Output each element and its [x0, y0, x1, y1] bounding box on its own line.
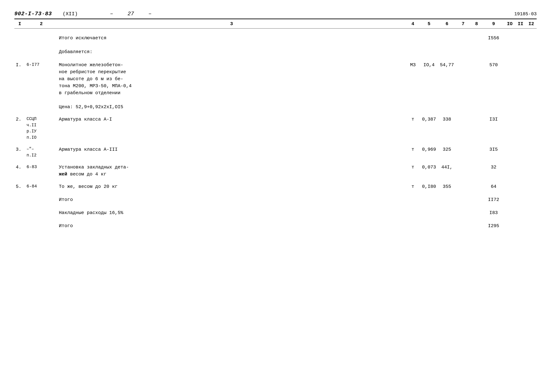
- doc-number: 902-I-73·83: [14, 11, 52, 17]
- cell-r3c12: [526, 145, 537, 147]
- cell-empty6: [456, 34, 470, 42]
- cell-r3c11: [515, 145, 526, 147]
- cell-nk5: [438, 209, 456, 217]
- table-row-5: 5. 6-84 То же, весом до 20 кг т 0,I80 35…: [14, 181, 537, 192]
- cell-nk2: [25, 209, 57, 217]
- cell-total-2: I3I: [483, 115, 504, 124]
- cell-nk7: [470, 209, 483, 217]
- section-label: (XII): [63, 11, 78, 17]
- col-header-6: 6: [438, 21, 456, 27]
- cell-d4: [420, 48, 438, 56]
- cell-code-4: 6-83: [25, 163, 57, 171]
- cell-it1-5: [438, 196, 456, 204]
- cell-r4c11: [515, 163, 526, 165]
- cell-r4c8: [470, 163, 483, 165]
- cell-it1-2: [25, 196, 57, 204]
- cell-dobavl-label: Добавляется:: [57, 48, 406, 56]
- col-header-4: 4: [406, 21, 420, 27]
- cell-empty9: [515, 34, 526, 42]
- cell-empty5: [438, 34, 456, 42]
- table-row-2: 2. ССЦПч.IIр.IУп.IO Арматура класса А-I …: [14, 114, 537, 142]
- cell-r5c8: [470, 182, 483, 184]
- col-header-7: 7: [456, 21, 470, 27]
- cell-r3c8: [470, 145, 483, 147]
- cell-nakladnye-total: I83: [483, 209, 504, 217]
- cell-if7: [470, 222, 483, 230]
- cell-num-5: 5.: [14, 182, 25, 191]
- cell-r2c10: [504, 115, 515, 117]
- col-header-12: I2: [526, 21, 537, 27]
- dash1: –: [110, 11, 113, 17]
- cell-it1-8: [504, 196, 515, 204]
- cell-qty-5: 0,I80: [420, 182, 438, 191]
- cell-nk6: [456, 209, 470, 217]
- cell-r4c7: [456, 163, 470, 165]
- cell-desc-2: Арматура класса А-I: [57, 115, 406, 124]
- row-nakladnye: Накладные расходы 16,5% I83: [14, 207, 537, 219]
- cell-it1-7: [470, 196, 483, 204]
- cell-total-5: 64: [483, 182, 504, 191]
- cell-empty1: [14, 34, 25, 42]
- cell-total-4: 32: [483, 163, 504, 172]
- col-header-5: 5: [420, 21, 438, 27]
- cell-num-1: I.: [14, 61, 25, 69]
- cell-itogo-iskl-label: Итого исключается: [57, 34, 406, 42]
- cell-nakladnye-label: Накладные расходы 16,5%: [57, 209, 406, 217]
- cell-unit-4: т: [406, 163, 420, 172]
- row-itogo-final: Итого I295: [14, 220, 537, 232]
- cell-r2c7: [456, 115, 470, 117]
- cell-r2c8: [470, 115, 483, 117]
- cell-qty-1: IO,4: [420, 61, 438, 69]
- cell-d5: [438, 48, 456, 56]
- table-row-4: 4. 6-83 Установка закладных дета-жей вес…: [14, 162, 537, 180]
- cell-price-3: 325: [438, 145, 456, 154]
- cell-nk8: [504, 209, 515, 217]
- cell-unit-5: т: [406, 182, 420, 191]
- cell-qty-2: 0,387: [420, 115, 438, 124]
- cell-unit-2: т: [406, 115, 420, 124]
- cell-code-2: ССЦПч.IIр.IУп.IO: [25, 115, 57, 141]
- cell-if5: [438, 222, 456, 230]
- cell-empty4: [420, 34, 438, 42]
- cell-empty8: [504, 34, 515, 42]
- cell-empty2: [25, 34, 57, 42]
- cell-if10: [526, 222, 537, 230]
- cell-r1c12: [526, 61, 537, 62]
- cell-d1: [14, 48, 25, 56]
- cell-r5c10: [504, 182, 515, 184]
- cell-r1c8: [470, 61, 483, 62]
- cell-r1c7: [456, 61, 470, 62]
- cell-r4c12: [526, 163, 537, 165]
- cell-total-3: 3I5: [483, 145, 504, 154]
- cell-it1-3: [406, 196, 420, 204]
- row-itogo-iskl: Итого исключается I556: [14, 32, 537, 44]
- cell-r1c11: [515, 61, 526, 62]
- cell-if3: [406, 222, 420, 230]
- document-wrapper: 902-I-73·83 (XII) – 27 – 19185·03 I 2 3 …: [14, 11, 537, 232]
- cell-it1-4: [420, 196, 438, 204]
- cell-if4: [420, 222, 438, 230]
- col-header-10: IO: [504, 21, 515, 27]
- cell-d9: [504, 48, 515, 56]
- cell-itogo-final-total: I295: [483, 222, 504, 230]
- cell-desc-1: Монолитное железобетон-ное ребристое пер…: [57, 61, 406, 111]
- cell-num-4: 4.: [14, 163, 25, 172]
- cell-code-1: 6-I77: [25, 61, 57, 69]
- cell-d8: [483, 48, 504, 56]
- table-row-3: 3. –"–п.I2 Арматура класса А-III т 0,969…: [14, 144, 537, 160]
- cell-code-3: –"–п.I2: [25, 145, 57, 159]
- cell-it1-10: [526, 196, 537, 204]
- col-header-3: 3: [57, 21, 406, 27]
- column-headers: I 2 3 4 5 6 7 8 9 IO II I2: [14, 19, 537, 28]
- row-itogo-1: Итого II72: [14, 194, 537, 206]
- cell-desc-5: То же, весом до 20 кг: [57, 182, 406, 191]
- stamp: 19185·03: [514, 11, 537, 17]
- col-header-1: I: [14, 21, 25, 27]
- cell-r4c10: [504, 163, 515, 165]
- cell-nk4: [420, 209, 438, 217]
- cell-empty7: [470, 34, 483, 42]
- cell-qty-4: 0,073: [420, 163, 438, 172]
- cell-unit-3: т: [406, 145, 420, 154]
- cell-desc-3: Арматура класса А-III: [57, 145, 406, 154]
- cell-it1-1: [14, 196, 25, 204]
